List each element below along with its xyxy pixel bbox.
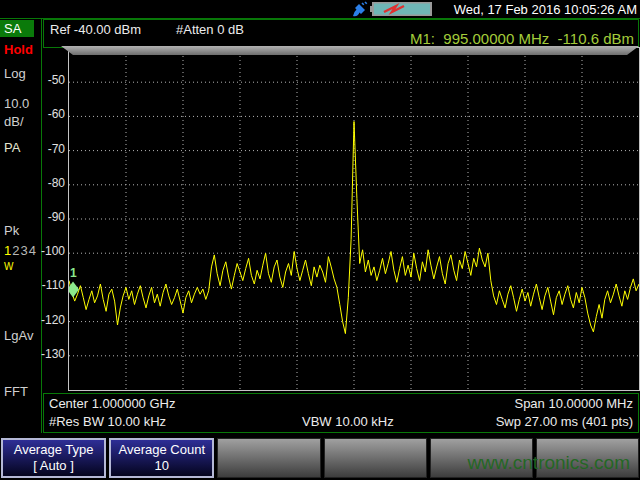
span-label: Span 10.00000 MHz <box>514 396 633 411</box>
clock-datetime: Wed, 17 Feb 2016 10:05:26 AM <box>454 2 637 17</box>
softkey-1-average-type[interactable]: Average Type[ Auto ] <box>1 438 106 478</box>
res-bw-label: #Res BW 10.00 kHz <box>49 414 166 429</box>
y-axis-tick-label: -80 <box>39 177 65 189</box>
ac-power-icon <box>352 1 368 17</box>
center-freq-label: Center 1.000000 GHz <box>49 396 175 411</box>
title-bar: Wed, 17 Feb 2016 10:05:26 AM <box>0 0 640 18</box>
fft-indicator: FFT <box>4 384 28 399</box>
scale-type-label: Log <box>4 66 26 81</box>
scale-value-label: 10.0 <box>4 96 29 111</box>
softkey-label-line2: 10 <box>155 458 169 474</box>
ref-level-label: Ref -40.00 dBm <box>50 22 141 37</box>
y-axis-tick-label: -50 <box>39 74 65 86</box>
plot-top-bezel <box>61 46 639 55</box>
y-axis-labels: -50-60-70-80-90-100-110-120-130 <box>40 47 66 389</box>
top-annotation-box: Ref -40.00 dBm #Atten 0 dB M1: 995.00000… <box>43 19 639 48</box>
sweep-hold-indicator: Hold <box>4 42 33 57</box>
peak-indicator: Pk <box>4 223 19 238</box>
attenuation-label: #Atten 0 dB <box>176 22 244 37</box>
scale-unit-label: dB/ <box>4 114 24 129</box>
average-mode-indicator: LgAv <box>4 328 33 343</box>
preamp-indicator: PA <box>4 140 20 155</box>
marker1-number: 1 <box>70 266 77 280</box>
softkey-2-average-count[interactable]: Average Count10 <box>109 438 214 478</box>
softkey-label-line2: [ Auto ] <box>33 458 73 474</box>
y-axis-tick-label: -130 <box>39 348 65 360</box>
softkey-label-line1: Average Count <box>119 442 206 458</box>
trace1-active: 1 <box>4 243 12 258</box>
y-axis-tick-label: -90 <box>39 211 65 223</box>
y-axis-tick-label: -120 <box>39 314 65 326</box>
softkey-label-line1: Average Type <box>14 442 94 458</box>
trace-number-indicators: 1234 <box>4 243 37 258</box>
video-bw-label: VBW 10.00 kHz <box>302 414 394 429</box>
spectrum-plot-svg: 1 <box>69 48 639 390</box>
spectrum-trace <box>69 122 639 334</box>
trace-write-mode-indicator: W <box>4 259 13 274</box>
y-axis-tick-label: -60 <box>39 108 65 120</box>
softkey-4[interactable] <box>324 438 427 478</box>
y-axis-tick-label: -100 <box>39 245 65 257</box>
sweep-time-label: Swp 27.00 ms (401 pts) <box>496 414 633 429</box>
y-axis-tick-label: -110 <box>39 279 65 291</box>
y-axis-tick-label: -70 <box>39 143 65 155</box>
marker1-readout: M1: 995.00000 MHz -110.6 dBm <box>410 30 634 47</box>
spectrum-plot: 1 <box>68 47 640 391</box>
watermark-text: www.cntronics.com <box>467 452 630 474</box>
bottom-annotation-box: Center 1.000000 GHz Span 10.00000 MHz #R… <box>43 393 639 433</box>
traces-inactive: 234 <box>12 243 37 258</box>
softkey-3[interactable] <box>217 438 320 478</box>
battery-icon <box>370 2 432 16</box>
mode-badge-sa: SA <box>0 20 34 37</box>
